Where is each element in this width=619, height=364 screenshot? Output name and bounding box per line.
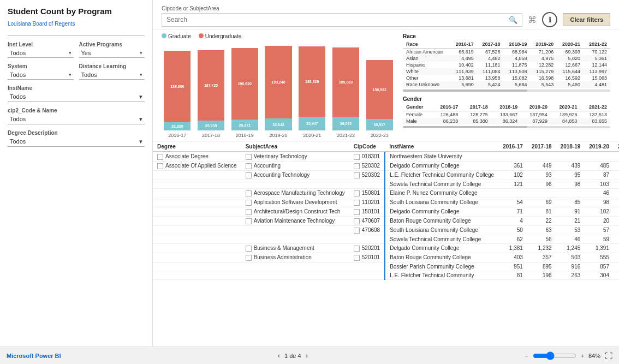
table-cell: 16,592 bbox=[557, 75, 584, 81]
table-cell: 115,279 bbox=[530, 68, 557, 75]
table-row: Hispanic10,40211,18111,87512,28212,66712… bbox=[403, 62, 610, 68]
data-col-header: 2017-18 bbox=[527, 142, 556, 152]
count-cell: 895 bbox=[527, 262, 556, 271]
degree-cell bbox=[153, 180, 241, 189]
data-col-header: Degree bbox=[153, 142, 241, 152]
count-cell: 85 bbox=[556, 198, 585, 207]
count-cell: 503 bbox=[556, 253, 585, 262]
inst-cell: Sowela Technical Community College bbox=[385, 180, 498, 189]
count-cell bbox=[585, 152, 614, 162]
next-page-button[interactable]: › bbox=[306, 351, 308, 360]
table-cell: 4,495 bbox=[450, 55, 477, 62]
degree-desc-select[interactable]: Todos ▾ bbox=[8, 137, 145, 147]
system-select[interactable]: Todos ▾ bbox=[8, 70, 74, 80]
prev-page-button[interactable]: ‹ bbox=[278, 351, 280, 360]
cip-cell: 470607 bbox=[349, 217, 385, 226]
table-row: Race Unknown5,6905,4245,6845,5435,4604,4… bbox=[403, 81, 610, 88]
table-cell: 113,508 bbox=[504, 68, 531, 75]
distance-learning-select[interactable]: Todos ▾ bbox=[79, 70, 145, 80]
degree-cell bbox=[153, 217, 241, 226]
race-col-header: 2018-19 bbox=[504, 40, 531, 49]
table-row: Aerospace Manufacturing Technology150801… bbox=[153, 189, 619, 198]
gender-table-title: Gender bbox=[403, 96, 610, 102]
cip2-select[interactable]: Todos ▾ bbox=[8, 115, 145, 124]
count-cell: 98 bbox=[556, 180, 585, 189]
count-cell bbox=[527, 152, 556, 162]
footer: Microsoft Power BI ‹ 1 de 4 › − + 84% ⛶ bbox=[0, 347, 619, 364]
count-cell: 102 bbox=[498, 171, 527, 180]
count-cell: 21 bbox=[556, 217, 585, 226]
divider bbox=[8, 35, 145, 36]
table-cell: 11,181 bbox=[477, 62, 504, 68]
race-table: Race2016-172017-182018-192019-202020-212… bbox=[403, 40, 610, 88]
data-col-header: 2020-21 bbox=[614, 142, 619, 152]
bar-group: 187,72025,9352017-18 bbox=[195, 50, 227, 138]
table-row: Associate DegreeVeterinary Technology018… bbox=[153, 152, 619, 162]
race-table-title: Race bbox=[403, 33, 610, 39]
zoom-slider[interactable] bbox=[533, 351, 576, 360]
charts-row: Graduate Undergraduate 188,80623,9202016… bbox=[153, 30, 619, 142]
inst-cell: Elaine P. Nunez Community College bbox=[385, 189, 498, 198]
subject-cell: Aviation Maintenance Technology bbox=[241, 217, 349, 226]
zoom-plus-button[interactable]: + bbox=[581, 353, 584, 359]
table-row: L.E. Fletcher Technical Community8119826… bbox=[153, 271, 619, 280]
table-cell: 115,644 bbox=[557, 68, 584, 75]
table-cell: 66,619 bbox=[450, 49, 477, 56]
count-cell: 48 bbox=[614, 235, 619, 244]
table-cell: 13,681 bbox=[450, 75, 477, 81]
footer-right: − + 84% ⛶ bbox=[525, 351, 612, 360]
table-cell: 113,997 bbox=[584, 68, 610, 75]
chevron-down-icon: ▾ bbox=[69, 50, 72, 56]
data-table: DegreeSubjectAreaCipCodeInstName2016-172… bbox=[153, 142, 619, 280]
table-cell: 83,655 bbox=[580, 118, 610, 124]
race-col-header: 2017-18 bbox=[477, 40, 504, 49]
zoom-minus-button[interactable]: − bbox=[525, 353, 528, 359]
cip-cell: 470608 bbox=[349, 226, 385, 235]
clear-filters-button[interactable]: Clear filters bbox=[563, 13, 610, 26]
inst-level-select[interactable]: Todos ▾ bbox=[8, 49, 74, 58]
count-cell: 50 bbox=[498, 226, 527, 235]
table-cell: Race Unknown bbox=[403, 81, 450, 88]
data-table-wrapper[interactable]: DegreeSubjectAreaCipCodeInstName2016-172… bbox=[153, 142, 619, 347]
subject-cell: Accounting Technology bbox=[241, 171, 349, 180]
count-cell: 280 bbox=[614, 271, 619, 280]
search-input[interactable] bbox=[166, 16, 509, 23]
inst-cell: Sowela Technical Community College bbox=[385, 235, 498, 244]
race-col-header: 2020-21 bbox=[557, 40, 584, 49]
system-label: System bbox=[8, 63, 74, 69]
table-row: Business & Management520201Delgado Commu… bbox=[153, 244, 619, 253]
zoom-level: 84% bbox=[588, 353, 600, 359]
cip-cell: 520201 bbox=[349, 244, 385, 253]
table-cell: 11,875 bbox=[504, 62, 531, 68]
count-cell: 102 bbox=[585, 207, 614, 217]
count-cell: 57 bbox=[585, 226, 614, 235]
bar-group: 190,62029,3712018-19 bbox=[229, 48, 260, 138]
filter-icon[interactable]: ⌘ bbox=[528, 15, 537, 25]
table-cell: Female bbox=[403, 111, 432, 118]
table-cell: 70,122 bbox=[584, 49, 610, 56]
undergraduate-legend-label: Undergraduate bbox=[205, 33, 242, 39]
data-table-area: DegreeSubjectAreaCipCodeInstName2016-172… bbox=[153, 142, 619, 347]
bar-group: 188,82935,9472020-21 bbox=[296, 46, 328, 138]
fullscreen-icon[interactable]: ⛶ bbox=[605, 351, 612, 360]
table-row: Accounting Technology520302L.E. Fletcher… bbox=[153, 171, 619, 180]
table-cell: White bbox=[403, 68, 450, 75]
active-programs-select[interactable]: Yes ▾ bbox=[79, 49, 145, 58]
table-cell: 4,481 bbox=[584, 81, 610, 88]
count-cell: 98 bbox=[585, 198, 614, 207]
count-cell bbox=[527, 189, 556, 198]
count-cell: 198 bbox=[527, 271, 556, 280]
count-cell bbox=[556, 189, 585, 198]
table-cell: 133,667 bbox=[491, 111, 521, 118]
subject-cell: Application Software Development bbox=[241, 198, 349, 207]
race-col-header: 2021-22 bbox=[584, 40, 610, 49]
count-cell: 44 bbox=[614, 226, 619, 235]
count-cell: 53 bbox=[556, 226, 585, 235]
info-button[interactable]: ℹ bbox=[542, 12, 557, 27]
brand-link[interactable]: Microsoft Power BI bbox=[7, 353, 61, 359]
table-cell: 126,488 bbox=[432, 111, 462, 118]
instname-select[interactable]: Todos ▾ bbox=[8, 92, 145, 102]
table-cell: 5,424 bbox=[477, 81, 504, 88]
table-cell: 67,526 bbox=[477, 49, 504, 56]
count-cell: 103 bbox=[585, 180, 614, 189]
